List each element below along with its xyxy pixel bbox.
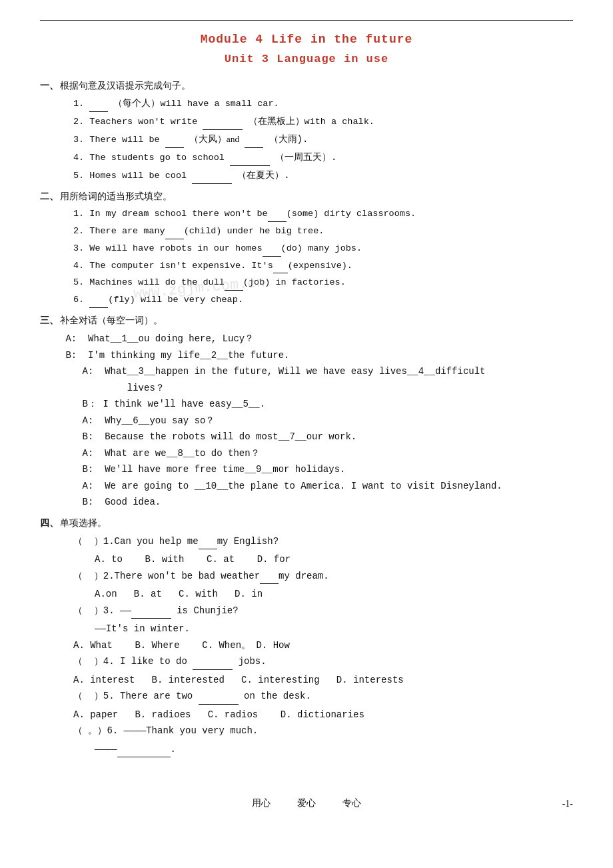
dialog-3: A: What__3__happen in the future, Will w…	[60, 363, 573, 380]
choice-2: （ ）2.There won't be bad weathermy dream.	[73, 568, 573, 585]
section-2-label: 用所给词的适当形式填空。	[60, 191, 172, 203]
dialog-9: A: We are going to __10__the plane to Am…	[60, 478, 573, 495]
section-2-questions: 1. In my dream school there won't be(som…	[73, 207, 573, 309]
section-1-label: 根据句意及汉语提示完成句子。	[60, 80, 191, 92]
dialog-8: B: We'll have more free time__9__mor hol…	[60, 461, 573, 478]
unit-title: Unit 3 Language in use	[40, 53, 573, 65]
footer-item-2: 爱心	[297, 797, 316, 809]
q1-1: 1. （每个人）will have a small car.	[73, 96, 573, 112]
q1-5: 5. Homes will be cool （在夏天）.	[73, 168, 573, 184]
choice-3-options: A. What B. Where C. When。 D. How	[73, 637, 573, 654]
dialog-6: B: Because the robots will do most__7__o…	[60, 429, 573, 445]
dialog-7: A: What are we__8__to do then？	[60, 445, 573, 462]
q1-4: 4. The students go to school （一周五天）.	[73, 150, 573, 166]
q2-6: 6. (fly) will be very cheap.	[73, 293, 573, 308]
footer-item-1: 用心	[252, 797, 271, 809]
top-divider	[40, 20, 573, 21]
section-1-num: 一、	[40, 80, 60, 92]
q2-2: 2. There are many(child) under he big tr…	[73, 224, 573, 239]
section-2-header: 二、 用所给词的适当形式填空。	[40, 191, 573, 203]
choice-6: （ 。）6. ————Thank you very much.	[73, 723, 573, 739]
dialog-10: B: Good idea.	[60, 494, 573, 511]
choice-1-options: A. to B. with C. at D. for	[95, 551, 573, 568]
section-3-header: 三、 补全对话（每空一词）。	[40, 315, 573, 327]
footer-wrap: 用心 爱心 专心 -1-	[40, 771, 573, 809]
dialog-1: A: What__1__ou doing here, Lucy？	[60, 331, 573, 347]
module-title: Module 4 Life in the future	[40, 33, 573, 46]
q2-5: 5. Machines will do the dull(job) in fac…	[73, 275, 573, 291]
choice-5-options: A. paper B. radioes C. radios D. diction…	[73, 707, 573, 723]
dialog-2: B: I'm thinking my life__2__the future.	[60, 347, 573, 364]
dialog-3b: lives？	[60, 380, 573, 397]
section-4-label: 单项选择。	[60, 517, 107, 529]
q2-1: 1. In my dream school there won't be(som…	[73, 207, 573, 222]
section-3-dialog: A: What__1__ou doing here, Lucy？ B: I'm …	[60, 331, 573, 511]
choice-4-options: A. interest B. interested C. interesting…	[73, 672, 573, 689]
section-2-num: 二、	[40, 191, 60, 203]
footer-item-3: 专心	[342, 797, 361, 809]
dialog-4: B： I think we'll have easy__5__.	[60, 396, 573, 413]
section-3-label: 补全对话（每空一词）。	[60, 315, 163, 327]
choice-2-options: A.on B. at C. with D. in	[95, 586, 573, 603]
q1-2: 2. Teachers won't write （在黑板上）with a cha…	[73, 114, 573, 130]
section-4-choices: （ ）1.Can you help memy English? A. to B.…	[73, 533, 573, 758]
section-3-num: 三、	[40, 315, 60, 327]
choice-3-sub: ——It's in winter.	[95, 621, 573, 637]
choice-5: （ ）5. There are two on the desk.	[73, 688, 573, 705]
choice-3: （ ）3. —— is Chunjie?	[73, 603, 573, 619]
choice-1: （ ）1.Can you help memy English?	[73, 533, 573, 550]
section-4-header: 四、 单项选择。	[40, 517, 573, 529]
section-1-header: 一、 根据句意及汉语提示完成句子。	[40, 80, 573, 92]
choice-4: （ ）4. I like to do jobs.	[73, 653, 573, 670]
q1-3: 3. There will be （大风）and （大雨).	[73, 132, 573, 148]
dialog-5: A: Why__6__you say so？	[60, 413, 573, 429]
section-4-num: 四、	[40, 517, 60, 529]
q2-3: 3. We will have robots in our homes(do) …	[73, 241, 573, 257]
footer-page: -1-	[562, 799, 573, 809]
q2-4: 4. The computer isn't expensive. It's(ex…	[73, 259, 573, 274]
footer: 用心 爱心 专心	[252, 791, 361, 809]
choice-6-sub: ————.	[95, 741, 573, 758]
section-1-questions: 1. （每个人）will have a small car. 2. Teache…	[73, 96, 573, 184]
